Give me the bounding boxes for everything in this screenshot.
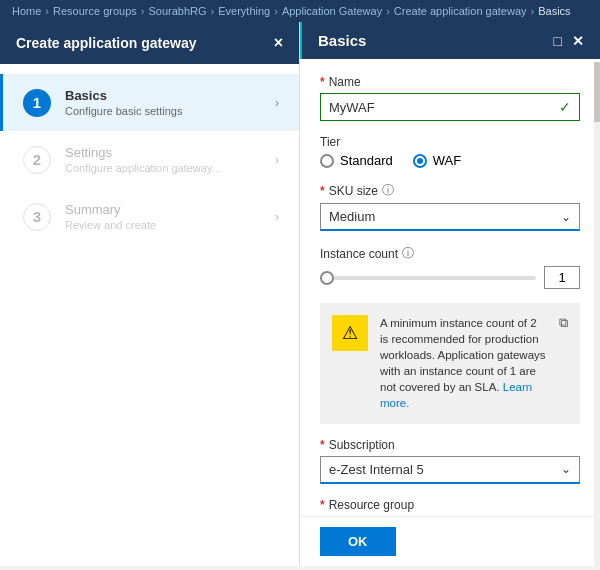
step-1-chevron: › [275,96,279,110]
warning-text: A minimum instance count of 2 is recomme… [380,315,547,412]
step-1-number: 1 [23,89,51,117]
sku-size-field-group: * SKU size ⓘ Medium ⌄ [320,182,580,231]
breadcrumb-sep-5: › [386,5,390,17]
slider-row [320,266,580,289]
warning-icon-wrap: ⚠ [332,315,368,351]
instance-count-slider-track[interactable] [320,276,536,280]
breadcrumb: Home › Resource groups › SourabhRG › Eve… [0,0,600,22]
tier-standard-label: Standard [340,153,393,168]
step-2-chevron: › [275,153,279,167]
subscription-chevron-icon: ⌄ [561,462,571,476]
instance-count-info-icon[interactable]: ⓘ [402,245,414,262]
tier-standard-radio[interactable] [320,154,334,168]
breadcrumb-resource-groups[interactable]: Resource groups [53,5,137,17]
breadcrumb-everything[interactable]: Everything [218,5,270,17]
breadcrumb-app-gateway[interactable]: Application Gateway [282,5,382,17]
step-2-desc: Configure application gateway... [65,162,221,174]
breadcrumb-sep-6: › [531,5,535,17]
left-panel-header: Create application gateway × [0,22,299,64]
external-link-icon[interactable]: ⧉ [559,315,568,331]
main-container: Create application gateway × 1 Basics Co… [0,22,600,566]
breadcrumb-sep-1: › [45,5,49,17]
step-2-number: 2 [23,146,51,174]
name-input[interactable]: MyWAF ✓ [320,93,580,121]
instance-count-label-text: Instance count [320,247,398,261]
instance-count-field-group: Instance count ⓘ [320,245,580,289]
resource-group-field-group: * Resource group [320,498,580,512]
right-panel-header: Basics □ ✕ [300,22,600,59]
warning-box: ⚠ A minimum instance count of 2 is recom… [320,303,580,424]
name-value: MyWAF [329,100,375,115]
left-panel-close-icon[interactable]: × [274,34,283,52]
name-label: * Name [320,75,580,89]
breadcrumb-home[interactable]: Home [12,5,41,17]
right-panel-content: * Name MyWAF ✓ Tier Standard [300,59,600,516]
ok-button[interactable]: OK [320,527,396,556]
step-1[interactable]: 1 Basics Configure basic settings › [0,74,299,131]
tier-label: Tier [320,135,580,149]
step-3: 3 Summary Review and create › [0,188,299,245]
breadcrumb-sep-4: › [274,5,278,17]
tier-label-text: Tier [320,135,340,149]
tier-standard-option[interactable]: Standard [320,153,393,168]
sku-size-label-text: SKU size [329,184,378,198]
sku-size-chevron-icon: ⌄ [561,210,571,224]
instance-count-input[interactable] [544,266,580,289]
step-3-text: Summary Review and create [65,202,156,231]
step-3-number: 3 [23,203,51,231]
scrollbar-track[interactable] [594,62,600,566]
breadcrumb-basics: Basics [538,5,570,17]
bottom-bar: OK [300,516,600,566]
step-2: 2 Settings Configure application gateway… [0,131,299,188]
steps-list: 1 Basics Configure basic settings › 2 Se… [0,64,299,566]
instance-count-slider-thumb[interactable] [320,271,334,285]
tier-field-group: Tier Standard WAF [320,135,580,168]
tier-waf-label: WAF [433,153,461,168]
left-panel-title: Create application gateway [16,35,197,51]
subscription-required-star: * [320,438,325,452]
right-panel: Basics □ ✕ * Name MyWAF ✓ T [300,22,600,566]
step-3-chevron: › [275,210,279,224]
name-check-icon: ✓ [559,99,571,115]
subscription-dropdown[interactable]: e-Zest Internal 5 ⌄ [320,456,580,484]
resource-group-required-star: * [320,498,325,512]
header-icons: □ ✕ [554,33,584,49]
name-field-group: * Name MyWAF ✓ [320,75,580,121]
right-panel-title: Basics [318,32,366,49]
step-1-text: Basics Configure basic settings [65,88,182,117]
maximize-icon[interactable]: □ [554,33,562,49]
sku-required-star: * [320,184,325,198]
subscription-value: e-Zest Internal 5 [329,462,424,477]
sku-size-label: * SKU size ⓘ [320,182,580,199]
tier-waf-option[interactable]: WAF [413,153,461,168]
breadcrumb-sourabhRG[interactable]: SourabhRG [148,5,206,17]
instance-count-label: Instance count ⓘ [320,245,580,262]
subscription-label: * Subscription [320,438,580,452]
tier-waf-radio[interactable] [413,154,427,168]
subscription-field-group: * Subscription e-Zest Internal 5 ⌄ [320,438,580,484]
step-3-desc: Review and create [65,219,156,231]
sku-size-value: Medium [329,209,375,224]
subscription-label-text: Subscription [329,438,395,452]
step-1-title: Basics [65,88,182,103]
step-2-text: Settings Configure application gateway..… [65,145,221,174]
name-required-star: * [320,75,325,89]
sku-size-info-icon[interactable]: ⓘ [382,182,394,199]
close-panel-icon[interactable]: ✕ [572,33,584,49]
left-panel: Create application gateway × 1 Basics Co… [0,22,300,566]
resource-group-label: * Resource group [320,498,580,512]
breadcrumb-sep-3: › [211,5,215,17]
sku-size-dropdown[interactable]: Medium ⌄ [320,203,580,231]
name-label-text: Name [329,75,361,89]
breadcrumb-create-app-gateway[interactable]: Create application gateway [394,5,527,17]
step-1-desc: Configure basic settings [65,105,182,117]
step-2-title: Settings [65,145,221,160]
scrollbar-thumb[interactable] [594,62,600,122]
warning-triangle-icon: ⚠ [342,322,358,344]
tier-radio-group: Standard WAF [320,153,580,168]
breadcrumb-sep-2: › [141,5,145,17]
resource-group-label-text: Resource group [329,498,414,512]
step-3-title: Summary [65,202,156,217]
